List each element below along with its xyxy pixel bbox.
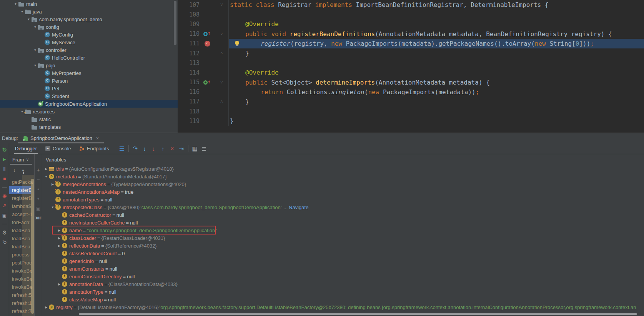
code-text[interactable]: } [229,97,644,106]
frame-item[interactable]: postProc [9,259,34,267]
gutter-line-115[interactable]: 115˅ [178,78,229,87]
code-line-111[interactable]: 111register(registry, new PackageImports… [178,39,644,48]
fold-marker-icon[interactable]: ˅ [215,31,228,37]
code-text[interactable] [229,106,644,116]
variable-row-classValueMap[interactable]: classValueMap = null [43,296,644,303]
frame-item[interactable]: invokeBe [9,283,34,291]
settings-gear-icon[interactable]: ⚙ [0,228,9,237]
filter-frames-icon[interactable]: ▼ [22,167,25,173]
drop-frame-icon[interactable]: × [168,145,177,152]
variable-row-classLoader[interactable]: ▶classLoader = {RestartClassLoader@4031} [43,234,644,242]
thread-arrow-icon[interactable]: ↓ [13,167,16,173]
navigate-link[interactable]: Navigate [289,205,308,210]
variable-row-name[interactable]: ▶name = "com.hardy.springboot_demo.Sprin… [43,226,644,234]
expand-arrow-icon[interactable]: ▶ [57,236,62,240]
tree-item-com-hardy-springboot-demo[interactable]: ▼com.hardy.springboot_demo [0,15,178,23]
code-text[interactable]: return Collections.singleton(new Package… [229,87,644,97]
expand-arrow-icon[interactable]: ▼ [19,10,25,13]
gutter-line-109[interactable]: 109 [178,19,229,29]
tree-item-myservice[interactable]: MyService [0,38,178,46]
horizontal-scrollbar[interactable] [79,313,637,315]
code-line-113[interactable]: 113 [178,58,644,68]
variable-row-genericInfo[interactable]: genericInfo = null [43,257,644,265]
implements-method-icon[interactable] [203,80,208,85]
code-line-109[interactable]: 109@Override [178,19,644,29]
expand-arrow-icon[interactable]: ▶ [50,183,55,186]
duplicate-watch-icon[interactable]: ▣ [35,203,42,213]
expand-arrow-icon[interactable]: ▼ [32,64,38,67]
stop-icon[interactable]: ■ [0,174,9,183]
tab-debugger[interactable]: Debugger [11,143,41,154]
gutter-icon-slot[interactable] [200,80,215,85]
frame-item[interactable]: refresh:7 [9,307,34,315]
code-line-118[interactable]: 118 [178,106,644,116]
code-line-108[interactable]: 108 [178,10,644,19]
tree-item-person[interactable]: Person [0,77,178,85]
expand-arrow-icon[interactable]: ▼ [43,175,49,178]
gutter-line-118[interactable]: 118 [178,106,229,116]
step-out-icon[interactable]: ↑ [158,145,168,152]
variable-row-annotationType[interactable]: annotationType = null [43,288,644,296]
tree-item-pet[interactable]: Pet [0,85,178,92]
intention-bulb-icon[interactable] [235,41,239,45]
force-step-into-icon[interactable]: ↓ [149,145,158,152]
gutter-line-111[interactable]: 111 [178,39,229,48]
expand-arrow-icon[interactable]: ▼ [32,48,38,52]
view-breakpoints-icon[interactable]: ◉ [0,191,9,201]
variable-row-metadata[interactable]: ▼metadata = {StandardAnnotationMetadata@… [43,173,644,180]
frame-item[interactable]: invokeBe [9,275,34,283]
run-to-cursor-icon[interactable]: ⇥ [177,145,186,152]
frame-item[interactable]: refresh:1 [9,299,34,307]
tree-item-student[interactable]: Student [0,92,178,100]
tree-item-config[interactable]: ▼config [0,23,178,31]
code-text[interactable]: static class Registrar implements Import… [229,0,644,10]
frame-item[interactable]: loadBea [9,235,34,243]
frame-item[interactable]: process [9,251,34,259]
step-over-icon[interactable]: ↷ [131,145,140,152]
code-text[interactable]: register(registry, new PackageImports(me… [229,39,644,48]
frame-item[interactable]: accept:-1 [9,210,34,218]
expand-arrow-icon[interactable]: ▼ [32,25,38,29]
frame-item[interactable]: getPacka [9,178,34,186]
step-into-icon[interactable]: ↓ [140,145,149,152]
tree-item-templates[interactable]: templates [0,123,178,131]
gutter-line-117[interactable]: 117˄ [178,97,229,106]
gutter-line-119[interactable]: 119 [178,116,229,126]
tree-item-hellocontroller[interactable]: HelloController [0,54,178,62]
variable-row-registry[interactable]: ▶registry = {DefaultListableBeanFactory@… [43,303,644,311]
gutter-line-114[interactable]: 114 [178,68,229,77]
code-text[interactable]: public Set<Object> determineImports(Anno… [229,78,644,87]
close-icon[interactable]: × [96,136,99,141]
code-line-115[interactable]: 115˅public Set<Object> determineImports(… [178,78,644,87]
move-watch-up-icon[interactable]: ▲ [35,184,42,194]
frame-item[interactable]: refresh:5 [9,291,34,299]
tree-item-myconfig[interactable]: MyConfig [0,31,178,38]
frame-item[interactable]: loadBea [9,243,34,251]
code-text[interactable]: } [229,48,644,58]
expand-arrow-icon[interactable]: ▶ [57,283,62,286]
tree-item-controller[interactable]: ▼controller [0,46,178,54]
overrides-method-icon[interactable] [203,32,208,36]
tree-item-java[interactable]: ▼java [0,8,178,15]
code-text[interactable]: public void registerBeanDefinitions(Anno… [229,29,644,39]
tree-item-springbootdemoapplication[interactable]: SpringbootDemoApplication [0,100,178,108]
gutter-line-116[interactable]: 116 [178,87,229,97]
expand-arrow-icon[interactable]: ▶ [43,306,49,309]
variable-row-reflectionData[interactable]: ▶reflectionData = {SoftReference@4032} [43,242,644,249]
gutter-icon-slot[interactable] [200,32,215,36]
code-line-114[interactable]: 114@Override [178,68,644,77]
frame-item[interactable]: loadBea [9,226,34,235]
variable-row-this[interactable]: ▶this = {AutoConfigurationPackages$Regis… [43,165,644,173]
gutter-line-112[interactable]: 112˄ [178,48,229,58]
gutter-line-108[interactable]: 108 [178,10,229,19]
variable-row-introspectedClass[interactable]: ▼introspectedClass = {Class@1880} "class… [43,203,644,211]
frame-item[interactable]: lambda$ [9,202,34,210]
expand-arrow-icon[interactable]: ▼ [26,18,32,21]
frames-dropdown[interactable]: Fram ˅ [9,154,34,165]
gutter-line-113[interactable]: 113 [178,58,229,68]
frames-scrollbar[interactable] [31,179,34,314]
expand-arrow-icon[interactable]: ▼ [13,2,18,6]
remove-watch-icon[interactable]: − [35,175,42,184]
code-line-116[interactable]: 116return Collections.singleton(new Pack… [178,87,644,97]
add-watch-icon[interactable]: + [35,165,42,175]
